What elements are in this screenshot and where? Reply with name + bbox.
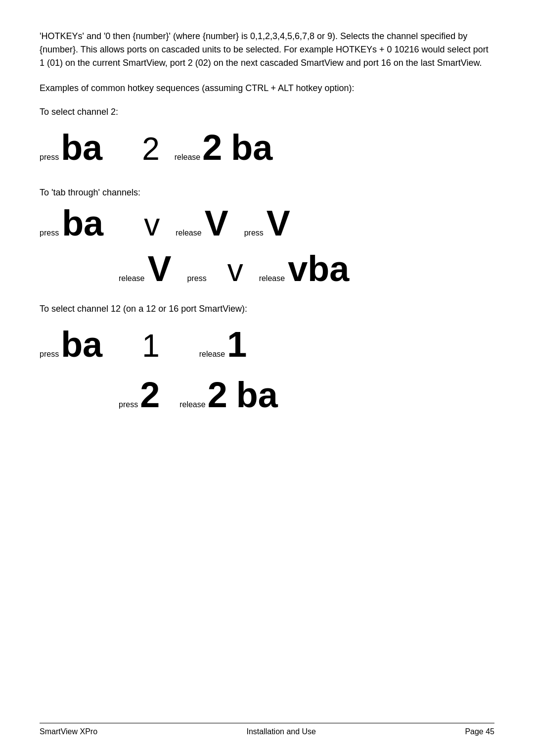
ba-key-1: ba <box>61 127 102 168</box>
press-label-2: press <box>40 229 59 237</box>
press-label-5: press <box>40 350 59 359</box>
ba-key-2: ba <box>231 127 272 168</box>
footer-right: Page 45 <box>465 727 494 736</box>
select-channel-2-label: To select channel 2: <box>40 107 494 117</box>
vba-key: vba <box>288 248 349 289</box>
v-key-3: V <box>267 203 290 243</box>
paragraph-1: 'HOTKEYs' and '0 then {number}' (where {… <box>40 30 494 70</box>
1-key-2: 1 <box>227 324 247 365</box>
paragraph-2: Examples of common hotkey sequences (ass… <box>40 82 494 95</box>
tab-through-label: To 'tab through' channels: <box>40 188 494 198</box>
sequence-tab-through: press ba v release V press V release V p… <box>40 203 494 289</box>
press-label-6: press <box>119 400 138 409</box>
sequence-ch12-line1: press ba 1 release 1 <box>40 319 494 370</box>
v-key-1: v <box>144 206 160 243</box>
release-label-3: release <box>119 274 144 283</box>
1-key-1: 1 <box>142 328 160 364</box>
release-label-2: release <box>176 229 201 237</box>
sequence-select-2: press ba 2 release 2 ba <box>40 122 494 173</box>
2-key-2: 2 <box>140 375 160 415</box>
footer-left: SmartView XPro <box>40 727 97 736</box>
v-key-2: V <box>205 203 228 243</box>
ba-key-3: ba <box>62 203 103 243</box>
press-label-3: press <box>244 229 264 237</box>
v-key-4: V <box>147 248 171 289</box>
press-label-4: press <box>187 274 207 283</box>
release-label-1: release <box>175 153 200 162</box>
page-footer: SmartView XPro Installation and Use Page… <box>40 723 494 736</box>
page-content: 'HOTKEYs' and '0 then {number}' (where {… <box>0 0 534 484</box>
release-label-5: release <box>199 350 225 359</box>
press-label-1: press <box>40 153 59 162</box>
sequence-ch12-line2: press 2 release 2 ba <box>40 370 494 420</box>
release-2-key: 2 <box>202 127 222 168</box>
release-label-6: release <box>179 400 205 409</box>
ba-key-5: ba <box>236 375 278 415</box>
footer-center: Installation and Use <box>246 727 316 736</box>
2-key-1: 2 <box>142 131 160 167</box>
ba-key-4: ba <box>61 324 102 365</box>
release-label-4: release <box>259 274 285 283</box>
select-channel-12-label: To select channel 12 (on a 12 or 16 port… <box>40 304 494 314</box>
v-key-5: v <box>227 252 243 288</box>
2-key-3: 2 <box>208 375 227 415</box>
